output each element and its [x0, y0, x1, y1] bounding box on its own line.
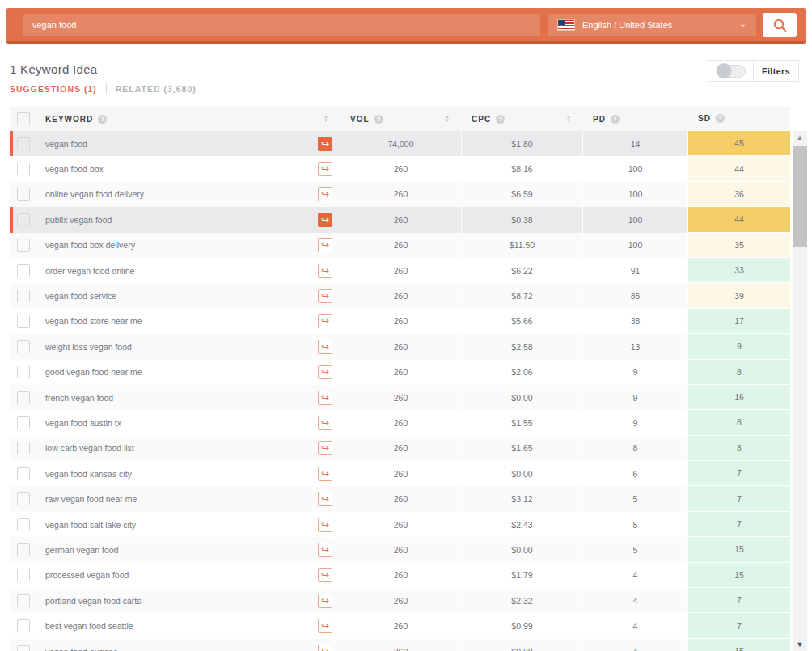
- sort-icon[interactable]: ▲▼: [566, 115, 571, 123]
- open-keyword-button[interactable]: ↪: [318, 416, 332, 430]
- row-checkbox[interactable]: [17, 442, 30, 454]
- table-row[interactable]: weight loss vegan food ↪ 260 $2.58 13 9: [10, 334, 790, 359]
- open-keyword-button[interactable]: ↪: [318, 619, 332, 633]
- cpc-cell: $0.38: [461, 207, 582, 232]
- table-row[interactable]: german vegan food ↪ 260 $0.00 5 15: [10, 537, 790, 562]
- tab-related[interactable]: RELATED (3,680): [116, 84, 197, 94]
- row-checkbox[interactable]: [17, 518, 30, 531]
- table-row[interactable]: vegan food kansas city ↪ 260 $0.00 6 7: [10, 461, 790, 486]
- row-checkbox[interactable]: [17, 188, 30, 201]
- row-checkbox[interactable]: [17, 290, 30, 302]
- help-icon[interactable]: ?: [611, 115, 620, 124]
- scroll-down-icon[interactable]: ▼: [793, 638, 807, 651]
- row-checkbox[interactable]: [17, 467, 30, 480]
- open-keyword-button[interactable]: ↪: [318, 543, 332, 557]
- table-row[interactable]: low carb vegan food list ↪ 260 $1.65 8 8: [10, 436, 790, 461]
- scrollbar-thumb[interactable]: [793, 146, 807, 247]
- row-checkbox[interactable]: [17, 416, 30, 429]
- row-checkbox[interactable]: [17, 264, 30, 277]
- open-keyword-button[interactable]: ↪: [318, 340, 332, 354]
- row-checkbox[interactable]: [17, 569, 30, 581]
- open-keyword-button[interactable]: ↪: [318, 467, 332, 481]
- open-keyword-button[interactable]: ↪: [318, 391, 332, 405]
- table-row[interactable]: vegan food ↪ 74,000 $1.80 14 45: [10, 131, 790, 156]
- open-keyword-button[interactable]: ↪: [318, 213, 332, 227]
- open-keyword-button[interactable]: ↪: [318, 594, 332, 608]
- table-row[interactable]: portland vegan food carts ↪ 260 $2.32 4 …: [10, 588, 790, 613]
- vol-cell: 260: [340, 385, 461, 410]
- sort-icon[interactable]: ▲▼: [445, 115, 450, 123]
- help-icon[interactable]: ?: [98, 115, 107, 124]
- pd-cell: 13: [582, 334, 687, 359]
- table-row[interactable]: vegan food store near me ↪ 260 $5.66 38 …: [10, 309, 790, 334]
- table-row[interactable]: processed vegan food ↪ 260 $1.79 4 15: [10, 563, 790, 588]
- table-row[interactable]: french vegan food ↪ 260 $0.00 9 16: [10, 385, 790, 410]
- column-header-vol[interactable]: VOL ? ▲▼: [340, 107, 461, 131]
- select-all-checkbox[interactable]: [17, 112, 30, 125]
- scroll-up-icon[interactable]: ▲: [793, 131, 807, 144]
- table-row[interactable]: publix vegan food ↪ 260 $0.38 100 44: [10, 207, 790, 232]
- sd-cell: 7: [687, 512, 790, 537]
- keyword-cell: vegan food eugene ↪: [37, 639, 340, 651]
- row-checkbox[interactable]: [17, 492, 30, 505]
- row-checkbox[interactable]: [17, 239, 30, 252]
- open-keyword-button[interactable]: ↪: [318, 441, 332, 455]
- row-checkbox[interactable]: [17, 594, 30, 607]
- table-row[interactable]: vegan food box delivery ↪ 260 $11.50 100…: [10, 233, 790, 258]
- table-row[interactable]: vegan food service ↪ 260 $8.72 85 39: [10, 283, 790, 308]
- help-icon[interactable]: ?: [716, 114, 725, 123]
- filters-button[interactable]: Filters: [757, 66, 795, 77]
- open-keyword-button[interactable]: ↪: [318, 568, 332, 582]
- column-header-sd[interactable]: SD ?: [687, 107, 790, 131]
- column-header-cpc[interactable]: CPC ? ▲▼: [461, 107, 582, 131]
- open-keyword-button[interactable]: ↪: [318, 264, 332, 278]
- vol-cell: 260: [340, 207, 461, 232]
- help-icon[interactable]: ?: [374, 115, 383, 124]
- table-row[interactable]: online vegan food delivery ↪ 260 $6.59 1…: [10, 182, 790, 207]
- open-keyword-button[interactable]: ↪: [318, 137, 332, 151]
- column-header-keyword[interactable]: KEYWORD ? ▲▼: [37, 107, 340, 131]
- row-checkbox[interactable]: [17, 391, 30, 404]
- table-row[interactable]: order vegan food online ↪ 260 $6.22 91 3…: [10, 258, 790, 283]
- search-input[interactable]: [23, 14, 540, 36]
- filters-toggle[interactable]: [717, 65, 746, 78]
- sort-icon[interactable]: ▲▼: [324, 115, 328, 123]
- row-checkbox[interactable]: [17, 619, 30, 632]
- open-keyword-button[interactable]: ↪: [318, 314, 332, 328]
- vol-cell: 260: [340, 156, 461, 181]
- toggle-knob[interactable]: [717, 63, 731, 78]
- language-select[interactable]: English / United States ⌄: [548, 14, 756, 36]
- table-scrollbar[interactable]: ▲ ▼: [793, 131, 807, 651]
- table-row[interactable]: good vegan food near me ↪ 260 $2.06 9 8: [10, 360, 790, 385]
- table-row[interactable]: best vegan food seattle ↪ 260 $0.99 4 7: [10, 613, 790, 638]
- help-icon[interactable]: ?: [496, 115, 505, 124]
- open-keyword-button[interactable]: ↪: [318, 518, 332, 532]
- table-row[interactable]: vegan food austin tx ↪ 260 $1.55 9 8: [10, 410, 790, 435]
- row-checkbox[interactable]: [17, 340, 30, 353]
- table-row[interactable]: raw vegan food near me ↪ 260 $3.12 5 7: [10, 486, 790, 511]
- table-row[interactable]: vegan food box ↪ 260 $8.16 100 44: [10, 156, 790, 181]
- tab-suggestions[interactable]: SUGGESTIONS (1): [10, 84, 97, 94]
- row-checkbox[interactable]: [17, 315, 30, 328]
- open-keyword-button[interactable]: ↪: [318, 492, 332, 506]
- open-keyword-button[interactable]: ↪: [318, 365, 332, 379]
- column-header-pd[interactable]: PD ?: [582, 107, 687, 131]
- row-checkbox[interactable]: [17, 645, 30, 651]
- keyword-cell: weight loss vegan food ↪: [37, 334, 340, 359]
- row-checkbox[interactable]: [17, 366, 30, 378]
- table-row[interactable]: vegan food salt lake city ↪ 260 $2.43 5 …: [10, 512, 790, 537]
- pd-cell: 8: [582, 436, 687, 461]
- search-button[interactable]: [763, 13, 797, 37]
- row-checkbox[interactable]: [17, 543, 30, 556]
- row-checkbox[interactable]: [17, 163, 30, 175]
- open-keyword-button[interactable]: ↪: [318, 645, 332, 651]
- open-keyword-button[interactable]: ↪: [318, 162, 332, 176]
- open-keyword-button[interactable]: ↪: [318, 187, 332, 201]
- header-checkbox-cell: [10, 107, 37, 131]
- open-keyword-button[interactable]: ↪: [318, 289, 332, 303]
- table-row[interactable]: vegan food eugene ↪ 260 $0.88 4 15: [10, 639, 790, 651]
- keyword-text: vegan food store near me: [45, 316, 318, 326]
- row-checkbox[interactable]: [17, 213, 30, 226]
- row-checkbox[interactable]: [17, 137, 30, 150]
- open-keyword-button[interactable]: ↪: [318, 238, 332, 252]
